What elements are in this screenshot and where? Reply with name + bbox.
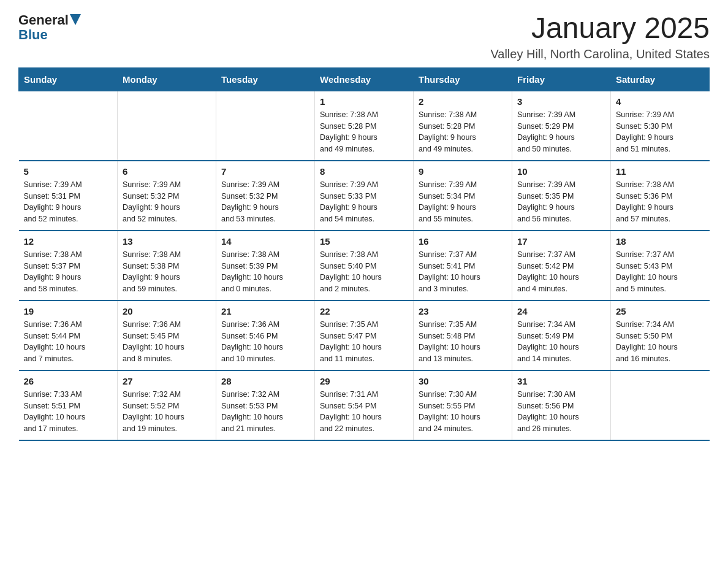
svg-marker-0	[70, 14, 81, 25]
day-info: Sunrise: 7:38 AMSunset: 5:38 PMDaylight:…	[123, 249, 211, 295]
calendar-day-10: 10Sunrise: 7:39 AMSunset: 5:35 PMDayligh…	[512, 161, 611, 231]
day-number: 6	[123, 166, 211, 177]
day-info: Sunrise: 7:38 AMSunset: 5:39 PMDaylight:…	[221, 249, 309, 295]
day-number: 7	[221, 166, 309, 177]
calendar-day-29: 29Sunrise: 7:31 AMSunset: 5:54 PMDayligh…	[315, 370, 414, 440]
day-info: Sunrise: 7:32 AMSunset: 5:52 PMDaylight:…	[123, 389, 211, 435]
weekday-header-friday: Friday	[512, 67, 611, 91]
day-number: 15	[320, 236, 408, 247]
calendar-day-26: 26Sunrise: 7:33 AMSunset: 5:51 PMDayligh…	[19, 370, 118, 440]
calendar-day-3: 3Sunrise: 7:39 AMSunset: 5:29 PMDaylight…	[512, 91, 611, 161]
day-number: 16	[419, 236, 507, 247]
logo-general-text: General	[18, 12, 69, 28]
day-info: Sunrise: 7:37 AMSunset: 5:43 PMDaylight:…	[616, 249, 705, 295]
calendar-day-30: 30Sunrise: 7:30 AMSunset: 5:55 PMDayligh…	[414, 370, 512, 440]
calendar-day-11: 11Sunrise: 7:38 AMSunset: 5:36 PMDayligh…	[611, 161, 710, 231]
day-info: Sunrise: 7:39 AMSunset: 5:35 PMDaylight:…	[517, 179, 605, 225]
day-info: Sunrise: 7:38 AMSunset: 5:28 PMDaylight:…	[419, 109, 507, 155]
weekday-header-saturday: Saturday	[611, 67, 710, 91]
weekday-header-sunday: Sunday	[19, 67, 118, 91]
day-info: Sunrise: 7:31 AMSunset: 5:54 PMDaylight:…	[320, 389, 408, 435]
calendar-day-24: 24Sunrise: 7:34 AMSunset: 5:49 PMDayligh…	[512, 301, 611, 370]
empty-cell	[19, 91, 118, 161]
calendar-week-row: 12Sunrise: 7:38 AMSunset: 5:37 PMDayligh…	[19, 231, 710, 301]
day-info: Sunrise: 7:38 AMSunset: 5:36 PMDaylight:…	[616, 179, 705, 225]
day-info: Sunrise: 7:39 AMSunset: 5:31 PMDaylight:…	[24, 179, 113, 225]
logo-block: General Blue	[18, 12, 81, 43]
calendar-day-16: 16Sunrise: 7:37 AMSunset: 5:41 PMDayligh…	[414, 231, 512, 301]
day-number: 11	[616, 166, 705, 177]
day-info: Sunrise: 7:34 AMSunset: 5:50 PMDaylight:…	[616, 319, 705, 365]
day-number: 17	[517, 236, 605, 247]
day-number: 28	[221, 376, 309, 386]
day-number: 2	[419, 96, 507, 107]
calendar-day-15: 15Sunrise: 7:38 AMSunset: 5:40 PMDayligh…	[315, 231, 414, 301]
page-header: General Blue January 2025 Valley Hill, N…	[18, 12, 710, 61]
weekday-header-thursday: Thursday	[414, 67, 512, 91]
day-number: 19	[24, 306, 113, 316]
title-block: January 2025 Valley Hill, North Carolina…	[490, 12, 710, 61]
calendar-day-2: 2Sunrise: 7:38 AMSunset: 5:28 PMDaylight…	[414, 91, 512, 161]
calendar-day-19: 19Sunrise: 7:36 AMSunset: 5:44 PMDayligh…	[19, 301, 118, 370]
day-number: 20	[123, 306, 211, 316]
day-info: Sunrise: 7:39 AMSunset: 5:30 PMDaylight:…	[616, 109, 705, 155]
day-number: 22	[320, 306, 408, 316]
weekday-header-row: SundayMondayTuesdayWednesdayThursdayFrid…	[19, 67, 710, 91]
day-info: Sunrise: 7:38 AMSunset: 5:40 PMDaylight:…	[320, 249, 408, 295]
day-info: Sunrise: 7:33 AMSunset: 5:51 PMDaylight:…	[24, 389, 113, 435]
day-number: 3	[517, 96, 605, 107]
day-info: Sunrise: 7:39 AMSunset: 5:34 PMDaylight:…	[419, 179, 507, 225]
calendar-day-5: 5Sunrise: 7:39 AMSunset: 5:31 PMDaylight…	[19, 161, 118, 231]
calendar-day-17: 17Sunrise: 7:37 AMSunset: 5:42 PMDayligh…	[512, 231, 611, 301]
weekday-header-tuesday: Tuesday	[216, 67, 315, 91]
day-info: Sunrise: 7:38 AMSunset: 5:28 PMDaylight:…	[320, 109, 408, 155]
day-info: Sunrise: 7:38 AMSunset: 5:37 PMDaylight:…	[24, 249, 113, 295]
day-number: 5	[24, 166, 113, 177]
calendar-day-18: 18Sunrise: 7:37 AMSunset: 5:43 PMDayligh…	[611, 231, 710, 301]
calendar-table: SundayMondayTuesdayWednesdayThursdayFrid…	[18, 67, 710, 441]
day-info: Sunrise: 7:32 AMSunset: 5:53 PMDaylight:…	[221, 389, 309, 435]
calendar-week-row: 19Sunrise: 7:36 AMSunset: 5:44 PMDayligh…	[19, 301, 710, 370]
empty-cell	[611, 370, 710, 440]
empty-cell	[118, 91, 216, 161]
day-info: Sunrise: 7:35 AMSunset: 5:48 PMDaylight:…	[419, 319, 507, 365]
day-number: 9	[419, 166, 507, 177]
day-number: 27	[123, 376, 211, 386]
calendar-day-31: 31Sunrise: 7:30 AMSunset: 5:56 PMDayligh…	[512, 370, 611, 440]
logo-arrow-icon	[70, 14, 81, 28]
day-number: 30	[419, 376, 507, 386]
day-number: 29	[320, 376, 408, 386]
weekday-header-wednesday: Wednesday	[315, 67, 414, 91]
calendar-title: January 2025	[490, 12, 710, 45]
calendar-week-row: 5Sunrise: 7:39 AMSunset: 5:31 PMDaylight…	[19, 161, 710, 231]
calendar-day-4: 4Sunrise: 7:39 AMSunset: 5:30 PMDaylight…	[611, 91, 710, 161]
logo: General Blue	[18, 12, 81, 43]
day-number: 8	[320, 166, 408, 177]
day-number: 1	[320, 96, 408, 107]
day-number: 4	[616, 96, 705, 107]
day-info: Sunrise: 7:37 AMSunset: 5:41 PMDaylight:…	[419, 249, 507, 295]
day-info: Sunrise: 7:36 AMSunset: 5:46 PMDaylight:…	[221, 319, 309, 365]
day-info: Sunrise: 7:37 AMSunset: 5:42 PMDaylight:…	[517, 249, 605, 295]
day-number: 10	[517, 166, 605, 177]
calendar-week-row: 26Sunrise: 7:33 AMSunset: 5:51 PMDayligh…	[19, 370, 710, 440]
calendar-day-22: 22Sunrise: 7:35 AMSunset: 5:47 PMDayligh…	[315, 301, 414, 370]
empty-cell	[216, 91, 315, 161]
day-info: Sunrise: 7:39 AMSunset: 5:32 PMDaylight:…	[221, 179, 309, 225]
day-info: Sunrise: 7:36 AMSunset: 5:44 PMDaylight:…	[24, 319, 113, 365]
day-number: 21	[221, 306, 309, 316]
day-info: Sunrise: 7:34 AMSunset: 5:49 PMDaylight:…	[517, 319, 605, 365]
weekday-header-monday: Monday	[118, 67, 216, 91]
day-info: Sunrise: 7:39 AMSunset: 5:29 PMDaylight:…	[517, 109, 605, 155]
day-info: Sunrise: 7:30 AMSunset: 5:56 PMDaylight:…	[517, 389, 605, 435]
day-number: 26	[24, 376, 113, 386]
day-info: Sunrise: 7:39 AMSunset: 5:33 PMDaylight:…	[320, 179, 408, 225]
day-info: Sunrise: 7:36 AMSunset: 5:45 PMDaylight:…	[123, 319, 211, 365]
day-info: Sunrise: 7:30 AMSunset: 5:55 PMDaylight:…	[419, 389, 507, 435]
calendar-day-28: 28Sunrise: 7:32 AMSunset: 5:53 PMDayligh…	[216, 370, 315, 440]
day-number: 13	[123, 236, 211, 247]
day-number: 14	[221, 236, 309, 247]
day-number: 25	[616, 306, 705, 316]
day-info: Sunrise: 7:39 AMSunset: 5:32 PMDaylight:…	[123, 179, 211, 225]
day-number: 23	[419, 306, 507, 316]
